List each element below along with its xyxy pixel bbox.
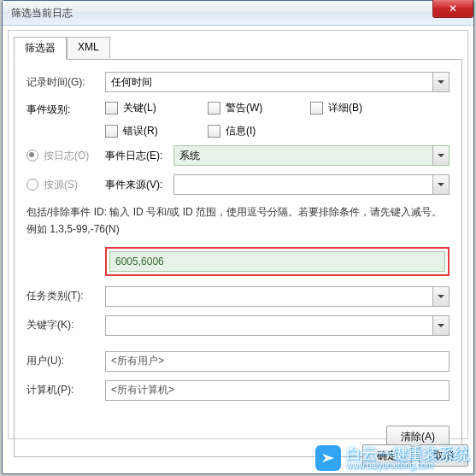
radio-label: 按日志(O) xyxy=(44,149,89,163)
window-title: 筛选当前日志 xyxy=(11,6,73,21)
row-user: 用户(U): <所有用户> xyxy=(26,351,450,372)
label-keyword: 关键字(K): xyxy=(26,318,105,332)
event-id-description: 包括/排除事件 ID: 输入 ID 号和/或 ID 范围，使用逗号分隔。若要排除… xyxy=(26,203,450,238)
client-area: 筛选器 XML 记录时间(G): 任何时间 事件级别: 关键(L) xyxy=(8,30,468,439)
chevron-down-icon xyxy=(432,73,449,91)
level-checkbox-grid: 关键(L) 警告(W) 详细(B) 错误(R) xyxy=(105,101,413,138)
combo-event-log-value: 系统 xyxy=(179,149,200,163)
radio-icon xyxy=(26,150,38,162)
label-event-log: 事件日志(E): xyxy=(105,149,173,163)
combo-logged[interactable]: 任何时间 xyxy=(105,72,450,92)
radio-by-source[interactable]: 按源(S) xyxy=(26,178,105,192)
checkbox-verbose[interactable]: 详细(B) xyxy=(310,101,413,115)
radio-label: 按源(S) xyxy=(44,178,78,192)
label-computer: 计算机(P): xyxy=(26,383,105,397)
computer-input[interactable]: <所有计算机> xyxy=(105,380,450,401)
row-keyword: 关键字(K): xyxy=(26,315,450,336)
chevron-down-icon xyxy=(432,175,449,194)
ok-button[interactable]: 确定 xyxy=(362,444,412,467)
user-value: <所有用户> xyxy=(111,354,164,368)
checkbox-warning[interactable]: 警告(W) xyxy=(208,101,310,115)
event-id-highlight: 6005,6006 xyxy=(105,247,450,276)
checkbox-label: 信息(I) xyxy=(226,124,256,138)
tab-strip: 筛选器 XML xyxy=(9,31,467,59)
combo-keyword[interactable] xyxy=(105,315,450,336)
label-level: 事件级别: xyxy=(26,101,105,117)
row-task: 任务类别(T): xyxy=(26,286,450,307)
label-logged: 记录时间(G): xyxy=(26,75,105,90)
chevron-down-icon xyxy=(432,316,449,335)
cancel-button[interactable]: 取消 xyxy=(419,444,468,467)
checkbox-icon xyxy=(105,102,118,115)
checkbox-label: 警告(W) xyxy=(226,101,262,115)
combo-event-log[interactable]: 系统 xyxy=(173,145,450,166)
event-id-input[interactable]: 6005,6006 xyxy=(109,251,445,272)
radio-icon xyxy=(26,179,38,191)
radio-by-log[interactable]: 按日志(O) xyxy=(26,149,105,163)
checkbox-icon xyxy=(208,102,220,115)
dialog-footer: 确定 取消 xyxy=(8,443,468,468)
titlebar[interactable]: 筛选当前日志 ✕ xyxy=(3,1,473,26)
combo-event-source[interactable] xyxy=(173,174,450,195)
user-input[interactable]: <所有用户> xyxy=(105,351,450,372)
combo-task[interactable] xyxy=(105,286,450,307)
row-computer: 计算机(P): <所有计算机> xyxy=(26,380,450,401)
checkbox-info[interactable]: 信息(I) xyxy=(208,124,310,138)
label-event-source: 事件来源(V): xyxy=(105,178,173,192)
row-logged: 记录时间(G): 任何时间 xyxy=(26,72,450,92)
checkbox-icon xyxy=(310,102,323,115)
computer-value: <所有计算机> xyxy=(111,383,174,397)
row-by-log: 按日志(O) 事件日志(E): 系统 xyxy=(26,145,450,166)
tab-body: 记录时间(G): 任何时间 事件级别: 关键(L) 警告(W) xyxy=(14,59,462,457)
checkbox-icon xyxy=(208,125,220,138)
row-level: 事件级别: 关键(L) 警告(W) 详细(B) xyxy=(26,101,450,138)
combo-logged-value: 任何时间 xyxy=(111,75,152,90)
checkbox-label: 关键(L) xyxy=(123,101,156,115)
chevron-down-icon xyxy=(432,287,449,306)
tab-filter[interactable]: 筛选器 xyxy=(14,37,67,60)
checkbox-error[interactable]: 错误(R) xyxy=(105,124,208,138)
dialog-window: 筛选当前日志 ✕ 筛选器 XML 记录时间(G): 任何时间 事件级别: xyxy=(2,0,474,474)
event-id-value: 6005,6006 xyxy=(115,256,164,267)
checkbox-critical[interactable]: 关键(L) xyxy=(105,101,208,115)
label-user: 用户(U): xyxy=(26,354,105,368)
row-by-source: 按源(S) 事件来源(V): xyxy=(26,174,450,195)
checkbox-label: 详细(B) xyxy=(328,101,362,115)
chevron-down-icon xyxy=(432,146,449,165)
close-icon: ✕ xyxy=(449,3,457,14)
label-task: 任务类别(T): xyxy=(26,289,105,303)
tab-xml[interactable]: XML xyxy=(67,37,110,60)
checkbox-label: 错误(R) xyxy=(123,124,158,138)
checkbox-icon xyxy=(105,125,118,138)
close-button[interactable]: ✕ xyxy=(432,0,473,18)
